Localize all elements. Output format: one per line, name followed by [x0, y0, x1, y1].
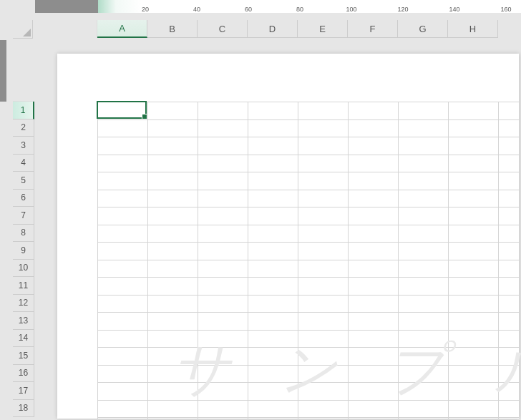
row-header-7[interactable]: 7: [13, 207, 34, 225]
row-header-11[interactable]: 11: [13, 277, 34, 295]
column-header-g[interactable]: G: [398, 20, 448, 38]
column-header-e[interactable]: E: [298, 20, 348, 38]
ruler-label: 60: [245, 6, 252, 13]
column-header-b[interactable]: B: [147, 20, 198, 38]
column-header-f[interactable]: F: [348, 20, 398, 38]
ruler-label: 20: [142, 6, 149, 13]
row-header-18[interactable]: 18: [13, 400, 34, 418]
worksheet-page[interactable]: サンプル: [57, 54, 519, 419]
row-header-16[interactable]: 16: [13, 365, 34, 383]
row-header-4[interactable]: 4: [13, 155, 34, 172]
row-header-5[interactable]: 5: [13, 172, 34, 190]
row-header-6[interactable]: 6: [13, 190, 34, 207]
column-headers: A B C D E F G H: [35, 20, 521, 38]
row-header-17[interactable]: 17: [13, 382, 34, 400]
row-header-1[interactable]: 1: [13, 102, 34, 119]
row-header-2[interactable]: 2: [13, 119, 34, 137]
column-header-c[interactable]: C: [198, 20, 248, 38]
ruler-label: 100: [346, 6, 356, 13]
ruler-label: 140: [449, 6, 459, 13]
row-header-10[interactable]: 10: [13, 260, 34, 278]
select-all-button[interactable]: [13, 20, 33, 39]
ruler-label: 40: [193, 6, 200, 13]
row-header-14[interactable]: 14: [13, 330, 34, 348]
row-headers: 1 2 3 4 5 6 7 8 9 10 11 12 13 14 15 16 1…: [13, 40, 34, 420]
row-header-15[interactable]: 15: [13, 347, 34, 365]
row-header-8[interactable]: 8: [13, 225, 34, 243]
row-header-12[interactable]: 12: [13, 295, 34, 313]
row-header-3[interactable]: 3: [13, 137, 34, 155]
active-cell-selection[interactable]: [97, 101, 147, 119]
ruler-label: 120: [397, 6, 408, 13]
ruler-horizontal: 20 40 60 80 100 120 140 160: [35, 0, 521, 13]
column-header-d[interactable]: D: [248, 20, 298, 38]
row-header-13[interactable]: 13: [13, 312, 34, 330]
cell-grid[interactable]: [97, 102, 519, 419]
ruler-label: 160: [500, 6, 511, 13]
column-header-a[interactable]: A: [97, 20, 147, 38]
column-header-h[interactable]: H: [448, 20, 498, 38]
ruler-horizontal-ticks: 20 40 60 80 100 120 140 160: [35, 0, 521, 13]
ruler-vertical: [0, 40, 6, 420]
row-header-9[interactable]: 9: [13, 242, 34, 260]
ruler-label: 80: [296, 6, 303, 13]
